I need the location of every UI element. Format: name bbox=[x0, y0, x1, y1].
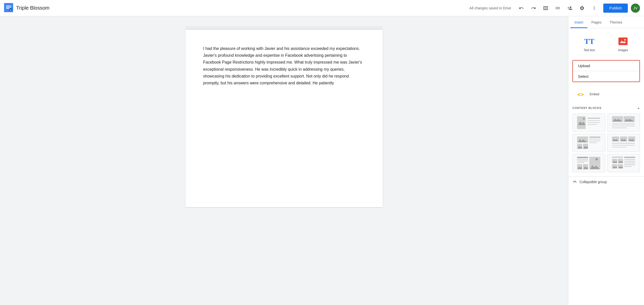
svg-text:S: S bbox=[10, 9, 11, 11]
svg-rect-14 bbox=[587, 122, 600, 123]
document-title[interactable]: Triple Blossom bbox=[16, 5, 466, 11]
insert-images[interactable]: Images bbox=[606, 32, 640, 56]
redo-button[interactable] bbox=[528, 3, 539, 13]
embed-icon: <> bbox=[575, 89, 586, 99]
svg-rect-43 bbox=[577, 159, 588, 160]
collapsible-group-label: Collapsible group bbox=[579, 180, 607, 184]
main-layout: I had the pleasure of working with Javie… bbox=[0, 16, 644, 305]
more-options-button[interactable] bbox=[589, 3, 599, 13]
svg-rect-65 bbox=[624, 163, 635, 163]
document-text[interactable]: I had the pleasure of working with Javie… bbox=[203, 45, 365, 86]
ruler bbox=[185, 26, 383, 30]
header: S Triple Blossom All changes saved in Dr… bbox=[0, 0, 644, 16]
svg-rect-6 bbox=[618, 37, 628, 45]
undo-button[interactable] bbox=[516, 3, 526, 13]
collapse-icon[interactable] bbox=[637, 106, 640, 109]
svg-rect-39 bbox=[612, 143, 635, 144]
svg-rect-30 bbox=[589, 139, 600, 140]
block-thumb-1[interactable] bbox=[572, 113, 605, 132]
svg-rect-29 bbox=[589, 137, 600, 138]
insert-embed-container: <> Embed bbox=[568, 86, 644, 104]
images-label: Images bbox=[618, 48, 628, 52]
svg-point-11 bbox=[583, 118, 585, 120]
right-sidebar: Insert Pages Themes TT Text box bbox=[568, 16, 644, 305]
block-thumb-6[interactable] bbox=[607, 154, 640, 172]
svg-rect-67 bbox=[624, 166, 631, 167]
svg-rect-32 bbox=[589, 142, 597, 143]
svg-rect-0 bbox=[4, 3, 13, 12]
upload-option[interactable]: Upload bbox=[573, 61, 639, 71]
svg-rect-3 bbox=[6, 8, 10, 9]
insert-grid: TT Text box Images bbox=[568, 28, 644, 60]
collapsible-icon bbox=[572, 180, 577, 184]
app-logo: S bbox=[4, 3, 13, 13]
content-blocks-title: Content Blocks bbox=[572, 106, 602, 109]
svg-rect-44 bbox=[577, 161, 588, 161]
svg-rect-64 bbox=[624, 161, 635, 162]
tab-pages[interactable]: Pages bbox=[587, 16, 606, 28]
svg-rect-31 bbox=[589, 141, 600, 141]
document-page: I had the pleasure of working with Javie… bbox=[185, 30, 383, 207]
svg-rect-41 bbox=[612, 147, 627, 147]
svg-rect-63 bbox=[624, 159, 635, 160]
svg-rect-13 bbox=[587, 120, 600, 121]
svg-rect-20 bbox=[612, 124, 635, 124]
user-avatar[interactable]: JV bbox=[631, 4, 640, 13]
insert-text-box[interactable]: TT Text box bbox=[572, 32, 606, 56]
svg-rect-45 bbox=[577, 162, 584, 163]
images-icon bbox=[618, 36, 628, 46]
svg-rect-40 bbox=[612, 145, 635, 146]
svg-point-52 bbox=[595, 158, 598, 161]
insert-embed[interactable]: <> Embed bbox=[572, 86, 640, 102]
tab-insert[interactable]: Insert bbox=[570, 16, 587, 28]
save-status: All changes saved in Drive bbox=[469, 6, 511, 10]
text-box-icon: TT bbox=[584, 36, 594, 46]
block-thumb-4[interactable] bbox=[607, 134, 640, 152]
document-area: I had the pleasure of working with Javie… bbox=[0, 16, 568, 305]
block-thumb-5[interactable] bbox=[572, 154, 605, 172]
link-button[interactable] bbox=[553, 3, 563, 13]
header-toolbar: Publish JV bbox=[516, 3, 640, 13]
content-blocks-header: Content Blocks bbox=[568, 104, 644, 111]
sidebar-tabs: Insert Pages Themes bbox=[568, 16, 644, 28]
svg-rect-1 bbox=[6, 6, 11, 6]
svg-rect-21 bbox=[612, 126, 635, 126]
svg-rect-15 bbox=[587, 124, 597, 125]
preview-button[interactable] bbox=[541, 3, 551, 13]
svg-rect-66 bbox=[624, 164, 635, 165]
embed-label: Embed bbox=[590, 92, 599, 96]
collapsible-group-item[interactable]: Collapsible group bbox=[568, 176, 644, 187]
block-thumb-2[interactable] bbox=[607, 113, 640, 132]
share-button[interactable] bbox=[565, 3, 575, 13]
svg-rect-62 bbox=[624, 157, 635, 158]
settings-button[interactable] bbox=[577, 3, 587, 13]
select-option[interactable]: Select bbox=[573, 71, 639, 82]
content-blocks-grid bbox=[568, 111, 644, 176]
svg-rect-12 bbox=[587, 118, 600, 119]
svg-rect-53 bbox=[612, 157, 623, 158]
svg-rect-42 bbox=[577, 157, 588, 158]
svg-rect-2 bbox=[6, 7, 11, 8]
publish-button[interactable]: Publish bbox=[603, 4, 628, 13]
text-box-label: Text box bbox=[584, 48, 595, 52]
block-thumb-3[interactable] bbox=[572, 134, 605, 152]
images-dropdown: Upload Select bbox=[572, 60, 640, 82]
tab-themes[interactable]: Themes bbox=[606, 16, 627, 28]
svg-point-8 bbox=[624, 39, 626, 41]
svg-rect-22 bbox=[612, 127, 627, 128]
